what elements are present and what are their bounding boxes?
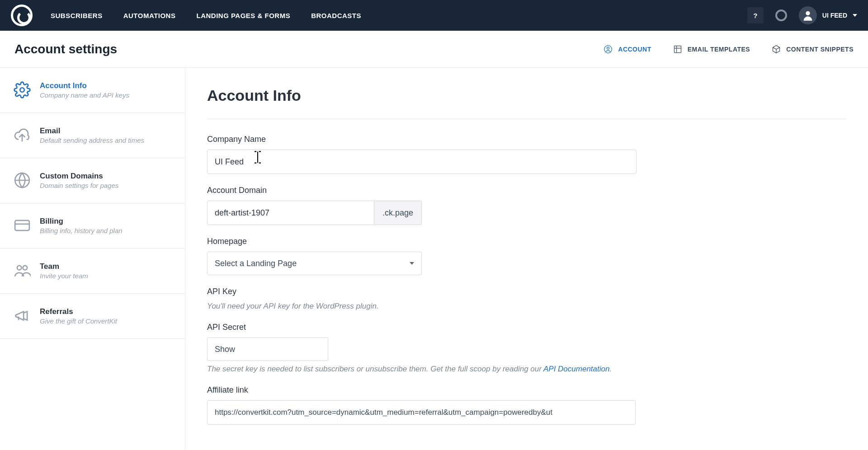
api-key-help: You'll need your API key for the WordPre… xyxy=(207,302,846,311)
page-title: Account settings xyxy=(14,42,117,56)
company-name-input[interactable] xyxy=(207,150,637,174)
sidebar-referrals-title: Referrals xyxy=(40,307,117,316)
subtab-content-snippets[interactable]: CONTENT SNIPPETS xyxy=(772,45,854,54)
avatar-icon xyxy=(799,6,817,24)
svg-rect-3 xyxy=(674,46,681,52)
nav-landing-pages[interactable]: LANDING PAGES & FORMS xyxy=(196,12,290,19)
template-icon xyxy=(673,45,682,54)
team-icon xyxy=(14,262,31,279)
settings-sidebar: Account Info Company name and API keys E… xyxy=(0,68,185,450)
sidebar-team-desc: Invite your team xyxy=(40,272,88,280)
status-ring-icon[interactable] xyxy=(775,9,787,21)
user-name: UI FEED xyxy=(822,12,847,19)
sidebar-team-title: Team xyxy=(40,262,88,271)
caret-down-icon xyxy=(853,14,857,17)
sidebar-billing-desc: Billing info, history and plan xyxy=(40,227,123,234)
sidebar-item-account-info[interactable]: Account Info Company name and API keys xyxy=(0,68,185,113)
card-icon xyxy=(14,217,31,234)
sidebar-item-referrals[interactable]: Referrals Give the gift of ConvertKit xyxy=(0,294,185,339)
sub-header: Account settings ACCOUNT EMAIL TEMPLATES… xyxy=(0,31,868,68)
nav-broadcasts[interactable]: BROADCASTS xyxy=(311,12,361,19)
upload-cloud-icon xyxy=(14,127,31,144)
svg-point-7 xyxy=(17,266,21,270)
homepage-select[interactable]: Select a Landing Page xyxy=(207,252,422,275)
person-icon xyxy=(802,9,814,22)
affiliate-link-input[interactable] xyxy=(207,400,636,425)
sidebar-email-title: Email xyxy=(40,127,144,136)
api-secret-help-post: . xyxy=(609,365,612,373)
company-name-label: Company Name xyxy=(207,135,846,144)
account-domain-label: Account Domain xyxy=(207,186,846,195)
subtab-account-label: ACCOUNT xyxy=(618,46,651,53)
help-button[interactable]: ? xyxy=(747,7,764,23)
api-docs-link[interactable]: API Documentation xyxy=(543,365,609,373)
subtab-account[interactable]: ACCOUNT xyxy=(604,45,651,54)
sidebar-email-desc: Default sending address and times xyxy=(40,136,144,144)
account-domain-suffix: .ck.page xyxy=(374,201,422,225)
caret-down-icon xyxy=(410,262,414,265)
cube-icon xyxy=(772,45,781,54)
api-secret-help: The secret key is needed to list subscri… xyxy=(207,365,846,374)
subtab-email-templates-label: EMAIL TEMPLATES xyxy=(688,46,750,53)
sidebar-account-desc: Company name and API keys xyxy=(40,91,129,99)
top-nav: SUBSCRIBERS AUTOMATIONS LANDING PAGES & … xyxy=(0,0,868,31)
sidebar-item-custom-domains[interactable]: Custom Domains Domain settings for pages xyxy=(0,158,185,203)
affiliate-label: Affiliate link xyxy=(207,385,846,395)
subtab-email-templates[interactable]: EMAIL TEMPLATES xyxy=(673,45,750,54)
sidebar-item-email[interactable]: Email Default sending address and times xyxy=(0,113,185,158)
homepage-label: Homepage xyxy=(207,237,846,246)
api-secret-help-pre: The secret key is needed to list subscri… xyxy=(207,365,543,373)
svg-point-2 xyxy=(607,47,609,49)
sidebar-account-title: Account Info xyxy=(40,81,129,90)
subtab-content-snippets-label: CONTENT SNIPPETS xyxy=(786,46,854,53)
homepage-select-value: Select a Landing Page xyxy=(215,259,297,268)
globe-icon xyxy=(14,172,31,189)
main-panel: Account Info Company Name Account Domain… xyxy=(185,68,868,450)
megaphone-icon xyxy=(14,307,31,324)
sidebar-referrals-desc: Give the gift of ConvertKit xyxy=(40,317,117,325)
gear-icon xyxy=(14,81,31,98)
nav-subscribers[interactable]: SUBSCRIBERS xyxy=(51,12,103,19)
user-menu[interactable]: UI FEED xyxy=(799,6,857,24)
svg-point-4 xyxy=(20,88,24,92)
account-domain-input[interactable] xyxy=(207,201,374,225)
api-secret-show-button[interactable]: Show xyxy=(207,338,328,361)
sidebar-domains-desc: Domain settings for pages xyxy=(40,182,118,189)
sidebar-item-billing[interactable]: Billing Billing info, history and plan xyxy=(0,203,185,248)
primary-nav: SUBSCRIBERS AUTOMATIONS LANDING PAGES & … xyxy=(51,12,361,19)
sidebar-item-team[interactable]: Team Invite your team xyxy=(0,248,185,294)
api-key-label: API Key xyxy=(207,287,846,296)
svg-point-8 xyxy=(23,266,28,270)
svg-rect-6 xyxy=(15,220,29,230)
api-secret-label: API Secret xyxy=(207,323,846,332)
nav-automations[interactable]: AUTOMATIONS xyxy=(123,12,176,19)
sidebar-billing-title: Billing xyxy=(40,217,123,226)
account-circle-icon xyxy=(604,45,613,54)
brand-logo[interactable] xyxy=(11,5,33,26)
sidebar-domains-title: Custom Domains xyxy=(40,172,118,181)
main-heading: Account Info xyxy=(207,87,846,119)
svg-point-0 xyxy=(806,11,810,15)
